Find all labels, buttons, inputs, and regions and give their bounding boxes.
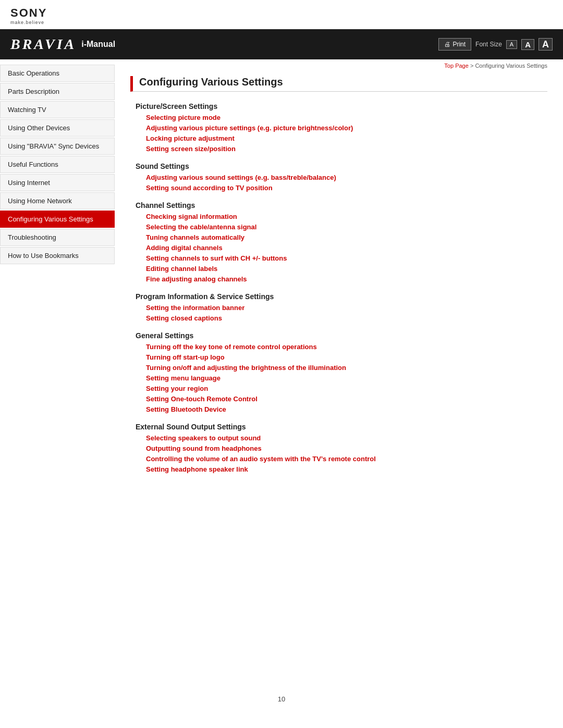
content-link[interactable]: Locking picture adjustment bbox=[146, 134, 547, 142]
sony-tagline: make.believe bbox=[10, 20, 553, 25]
sidebar-item[interactable]: How to Use Bookmarks bbox=[0, 247, 115, 264]
page-footer: 10 bbox=[0, 685, 563, 708]
sidebar: Basic OperationsParts DescriptionWatchin… bbox=[0, 59, 115, 685]
font-size-small-button[interactable]: A bbox=[506, 40, 517, 49]
content-link[interactable]: Setting your region bbox=[146, 385, 547, 392]
content-link[interactable]: Adding digital channels bbox=[146, 244, 547, 252]
page-number: 10 bbox=[278, 695, 285, 703]
font-size-medium-button[interactable]: A bbox=[521, 39, 534, 50]
sidebar-item[interactable]: Watching TV bbox=[0, 101, 115, 118]
content-link[interactable]: Setting menu language bbox=[146, 374, 547, 382]
content-link[interactable]: Setting screen size/position bbox=[146, 145, 547, 153]
sidebar-item[interactable]: Troubleshooting bbox=[0, 229, 115, 246]
content-link[interactable]: Checking signal information bbox=[146, 213, 547, 220]
font-size-large-button[interactable]: A bbox=[538, 38, 553, 51]
sidebar-item[interactable]: Useful Functions bbox=[0, 156, 115, 173]
content-link[interactable]: Turning off the key tone of remote contr… bbox=[146, 343, 547, 351]
page-title: Configuring Various Settings bbox=[130, 76, 547, 92]
section-header: Program Information & Service Settings bbox=[136, 292, 547, 301]
imanual-label: i-Manual bbox=[81, 40, 115, 49]
sections-container: Picture/Screen SettingsSelecting picture… bbox=[130, 102, 547, 473]
breadcrumb-current: Configuring Various Settings bbox=[475, 63, 547, 69]
sidebar-item[interactable]: Basic Operations bbox=[0, 65, 115, 82]
bravia-logo: BRAVIA bbox=[10, 36, 76, 53]
section-header: Sound Settings bbox=[136, 162, 547, 170]
content-link[interactable]: Tuning channels automatically bbox=[146, 233, 547, 241]
content-link[interactable]: Fine adjusting analog channels bbox=[146, 275, 547, 283]
section-header: Channel Settings bbox=[136, 201, 547, 209]
sidebar-item[interactable]: Using Internet bbox=[0, 174, 115, 191]
content-link[interactable]: Outputting sound from headphones bbox=[146, 445, 547, 452]
top-bar-right: 🖨 Print Font Size A A A bbox=[438, 38, 553, 51]
sidebar-item[interactable]: Using Home Network bbox=[0, 192, 115, 209]
content-link[interactable]: Adjusting various picture settings (e.g.… bbox=[146, 124, 547, 132]
print-icon: 🖨 bbox=[444, 41, 450, 48]
print-label: Print bbox=[452, 41, 466, 48]
content-link[interactable]: Setting the information banner bbox=[146, 304, 547, 312]
content-link[interactable]: Setting closed captions bbox=[146, 314, 547, 322]
content-link[interactable]: Turning on/off and adjusting the brightn… bbox=[146, 364, 547, 372]
content-link[interactable]: Setting One-touch Remote Control bbox=[146, 395, 547, 403]
sony-header: SONY make.believe bbox=[0, 0, 563, 29]
content-link[interactable]: Editing channel labels bbox=[146, 265, 547, 273]
print-button[interactable]: 🖨 Print bbox=[438, 38, 471, 51]
sidebar-item[interactable]: Configuring Various Settings bbox=[0, 211, 115, 228]
content-link[interactable]: Setting Bluetooth Device bbox=[146, 405, 547, 413]
section-header: External Sound Output Settings bbox=[136, 423, 547, 431]
sony-logo: SONY bbox=[10, 6, 553, 20]
content-link[interactable]: Setting headphone speaker link bbox=[146, 465, 547, 473]
content-link[interactable]: Adjusting various sound settings (e.g. b… bbox=[146, 174, 547, 181]
content-link[interactable]: Selecting picture mode bbox=[146, 114, 547, 121]
breadcrumb-top-page[interactable]: Top Page bbox=[444, 63, 468, 69]
section-header: Picture/Screen Settings bbox=[136, 102, 547, 110]
sidebar-item[interactable]: Using Other Devices bbox=[0, 119, 115, 137]
content-link[interactable]: Selecting speakers to output sound bbox=[146, 434, 547, 442]
content-link[interactable]: Selecting the cable/antenna signal bbox=[146, 223, 547, 231]
top-bar: BRAVIA i-Manual 🖨 Print Font Size A A A bbox=[0, 29, 563, 59]
sidebar-item[interactable]: Using "BRAVIA" Sync Devices bbox=[0, 138, 115, 155]
content-link[interactable]: Controlling the volume of an audio syste… bbox=[146, 455, 547, 463]
content-area: Top Page > Configuring Various Settings … bbox=[115, 59, 563, 685]
content-link[interactable]: Setting channels to surf with CH +/- but… bbox=[146, 254, 547, 262]
font-size-label: Font Size bbox=[475, 41, 502, 48]
breadcrumb-separator: > bbox=[469, 63, 475, 69]
section-header: General Settings bbox=[136, 331, 547, 340]
content-link[interactable]: Turning off start-up logo bbox=[146, 353, 547, 361]
sidebar-item[interactable]: Parts Description bbox=[0, 83, 115, 100]
breadcrumb: Top Page > Configuring Various Settings bbox=[130, 59, 547, 71]
content-link[interactable]: Setting sound according to TV position bbox=[146, 184, 547, 192]
main-layout: Basic OperationsParts DescriptionWatchin… bbox=[0, 59, 563, 685]
